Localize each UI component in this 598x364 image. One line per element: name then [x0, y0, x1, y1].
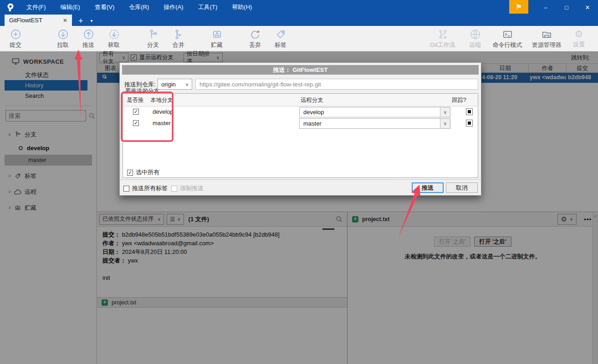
- tab-gitflowtest[interactable]: GitFlowtEST ✕: [5, 15, 72, 26]
- content-area: WORKSPACE 文件状态 History Search ∨ 分支 devel…: [0, 51, 598, 364]
- chevron-down-icon[interactable]: ∨: [440, 119, 450, 128]
- header-push: 是否推: [127, 96, 144, 104]
- toolbar: 提交 拉取 推送 获取 分支 合并 贮藏 丢弃: [0, 26, 598, 51]
- explorer-icon: [541, 28, 553, 40]
- fetch-button[interactable]: 获取: [101, 28, 127, 49]
- maximize-button[interactable]: □: [556, 0, 577, 15]
- terminal-button[interactable]: 命令行模式: [488, 28, 527, 49]
- push-icon: [82, 28, 95, 40]
- tag-button[interactable]: 标签: [268, 28, 293, 49]
- flag-icon: ⚑: [516, 3, 522, 11]
- menu-edit[interactable]: 编辑(E): [55, 1, 86, 13]
- branch-icon: [147, 28, 159, 40]
- dialog-divider: [120, 179, 481, 180]
- discard-button[interactable]: 丢弃: [242, 28, 268, 49]
- merge-button[interactable]: 合并: [166, 28, 191, 49]
- push-confirm-button[interactable]: 推送: [412, 182, 444, 193]
- pull-icon: [57, 28, 69, 40]
- app-window: 文件(F) 编辑(E) 查看(V) 仓库(R) 操作(A) 工具(T) 帮助(H…: [0, 0, 598, 364]
- gear-icon: ⚙: [575, 28, 583, 40]
- menu-tools[interactable]: 工具(T): [193, 1, 223, 13]
- track-indicator[interactable]: [466, 120, 473, 126]
- tag-icon: [275, 28, 287, 40]
- push-all-tags-checkbox[interactable]: 推送所有标签: [123, 184, 168, 192]
- header-track: 跟踪?: [452, 96, 466, 104]
- discard-icon: [249, 28, 261, 40]
- remote-select[interactable]: origin ∨: [158, 79, 192, 90]
- menu-file[interactable]: 文件(F): [21, 1, 51, 13]
- settings-button[interactable]: ⚙ 设置: [566, 28, 592, 49]
- window-controls: – □ ✕: [535, 0, 598, 15]
- menu-repository[interactable]: 仓库(R): [123, 1, 154, 13]
- select-all-checkbox[interactable]: ✓ 选中所有: [127, 168, 159, 177]
- pull-button[interactable]: 拉取: [50, 28, 76, 49]
- tab-list-dropdown[interactable]: ▾: [91, 16, 93, 26]
- globe-icon: [469, 28, 481, 40]
- push-button[interactable]: 推送: [76, 28, 101, 49]
- titlebar: 文件(F) 编辑(E) 查看(V) 仓库(R) 操作(A) 工具(T) 帮助(H…: [0, 0, 598, 15]
- branch-row-develop: ✓ develop develop ∨: [123, 106, 478, 118]
- flag-button[interactable]: ⚑: [509, 0, 528, 14]
- dialog-footer: 推送所有标签 强制推送 推送 取消: [120, 182, 481, 193]
- gitflow-icon: [437, 28, 449, 40]
- tab-label: GitFlowtEST: [9, 17, 42, 24]
- app-logo-icon: [0, 3, 21, 12]
- chevron-down-icon: ∨: [185, 82, 189, 87]
- cancel-button[interactable]: 取消: [446, 182, 478, 193]
- force-push-checkbox[interactable]: 强制推送: [171, 184, 204, 192]
- checkbox-unchecked[interactable]: [123, 186, 129, 192]
- local-branch-name: develop: [153, 108, 174, 115]
- push-checkbox[interactable]: ✓: [133, 120, 139, 126]
- push-repo-row: 推送到仓库: origin ∨ https://gitee.com/normal…: [120, 79, 481, 90]
- commit-icon: [10, 28, 22, 40]
- checkbox-checked[interactable]: ✓: [127, 170, 133, 176]
- close-button[interactable]: ✕: [577, 0, 598, 15]
- branch-button[interactable]: 分支: [140, 28, 166, 49]
- branches-table-header: 是否推 本地分支 远程分支 跟踪?: [123, 94, 478, 106]
- minimize-button[interactable]: –: [535, 0, 556, 15]
- local-branch-name: master: [153, 120, 171, 126]
- branch-row-master: ✓ master master ∨: [123, 118, 478, 129]
- terminal-icon: [501, 28, 514, 40]
- menu-actions[interactable]: 操作(A): [158, 1, 189, 13]
- dialog-title: 推送： GitFlowtEST: [122, 65, 479, 75]
- menu-view[interactable]: 查看(V): [89, 1, 120, 13]
- chevron-down-icon[interactable]: ∨: [440, 107, 450, 117]
- stash-icon: [211, 28, 223, 40]
- menubar: 文件(F) 编辑(E) 查看(V) 仓库(R) 操作(A) 工具(T) 帮助(H…: [21, 1, 257, 13]
- remote-url: https://gitee.com/normaling/git-flow-tes…: [195, 79, 478, 90]
- remote-button[interactable]: 远端: [462, 28, 488, 49]
- checkbox-unchecked-disabled: [171, 186, 177, 192]
- remote-branch-select[interactable]: develop ∨: [299, 107, 450, 117]
- push-dialog: 推送： GitFlowtEST 推送到仓库: origin ∨ https://…: [119, 62, 481, 196]
- explorer-button[interactable]: 资源管理器: [527, 28, 566, 49]
- remote-branch-select[interactable]: master ∨: [299, 118, 450, 129]
- push-checkbox[interactable]: ✓: [133, 109, 139, 115]
- gitflow-button[interactable]: Git工作流: [423, 28, 462, 49]
- fetch-icon: [108, 28, 120, 40]
- tab-close-icon[interactable]: ✕: [63, 17, 67, 24]
- branches-table: 是否推 本地分支 远程分支 跟踪? ✓ develop develop ∨ ✓: [123, 93, 478, 178]
- merge-icon: [173, 28, 185, 40]
- new-tab-button[interactable]: +: [78, 16, 83, 26]
- header-remote-branch: 远程分支: [301, 96, 323, 104]
- menu-help[interactable]: 帮助(H): [226, 1, 257, 13]
- tabbar: GitFlowtEST ✕ + ▾: [0, 15, 598, 26]
- track-indicator[interactable]: [466, 108, 473, 115]
- stash-button[interactable]: 贮藏: [204, 28, 230, 49]
- header-local-branch: 本地分支: [150, 96, 173, 104]
- commit-button[interactable]: 提交: [3, 28, 28, 49]
